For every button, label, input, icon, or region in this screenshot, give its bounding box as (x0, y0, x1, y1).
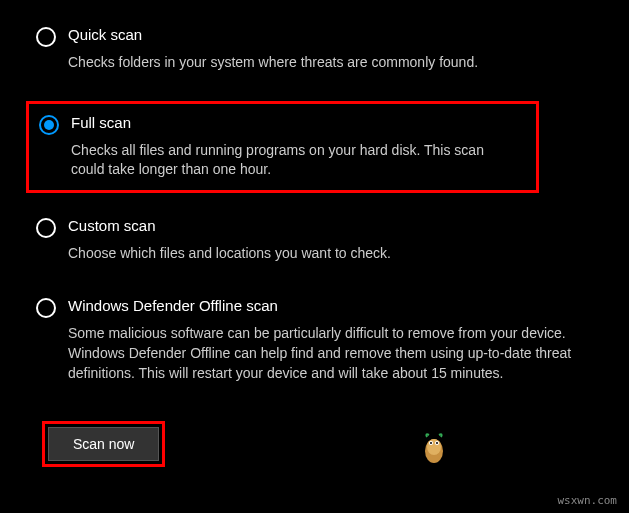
option-title: Full scan (71, 114, 526, 131)
option-desc: Choose which files and locations you wan… (68, 244, 593, 264)
scan-option-full[interactable]: Full scan Checks all files and running p… (33, 108, 532, 186)
svg-point-1 (427, 439, 441, 455)
scan-option-offline[interactable]: Windows Defender Offline scan Some malic… (30, 291, 599, 389)
svg-point-3 (435, 441, 439, 445)
scan-now-button[interactable]: Scan now (48, 427, 159, 461)
option-desc: Some malicious software can be particula… (68, 324, 593, 383)
option-content: Windows Defender Offline scan Some malic… (68, 297, 593, 383)
option-desc: Checks all files and running programs on… (71, 141, 526, 180)
svg-point-5 (436, 442, 438, 444)
svg-point-0 (425, 439, 443, 463)
option-content: Full scan Checks all files and running p… (71, 114, 526, 180)
svg-point-2 (429, 441, 433, 445)
option-title: Custom scan (68, 217, 593, 234)
highlight-full-scan: Full scan Checks all files and running p… (26, 101, 539, 193)
mascot-icon (419, 429, 449, 465)
radio-icon-selected[interactable] (39, 115, 59, 135)
svg-point-4 (430, 442, 432, 444)
scan-option-quick[interactable]: Quick scan Checks folders in your system… (30, 20, 599, 79)
option-title: Windows Defender Offline scan (68, 297, 593, 314)
option-content: Custom scan Choose which files and locat… (68, 217, 593, 264)
option-title: Quick scan (68, 26, 593, 43)
radio-icon[interactable] (36, 298, 56, 318)
scan-option-custom[interactable]: Custom scan Choose which files and locat… (30, 211, 599, 270)
watermark-text: wsxwn.com (557, 494, 617, 507)
option-desc: Checks folders in your system where thre… (68, 53, 593, 73)
highlight-scan-button: Scan now (42, 421, 165, 467)
option-content: Quick scan Checks folders in your system… (68, 26, 593, 73)
radio-icon[interactable] (36, 218, 56, 238)
radio-icon[interactable] (36, 27, 56, 47)
